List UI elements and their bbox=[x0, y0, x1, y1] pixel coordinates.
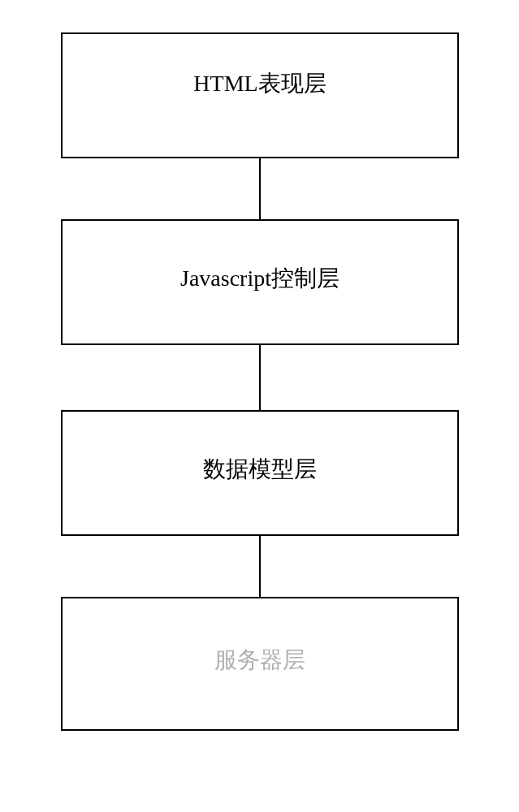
layer-box-html-presentation: HTML表现层 bbox=[61, 32, 459, 158]
layer-label: 数据模型层 bbox=[203, 454, 317, 485]
layer-label: HTML表现层 bbox=[193, 68, 326, 99]
connector-line bbox=[259, 158, 261, 219]
connector-line bbox=[259, 345, 261, 410]
layer-label: Javascript控制层 bbox=[180, 263, 340, 294]
layer-box-javascript-control: Javascript控制层 bbox=[61, 219, 459, 345]
layer-box-data-model: 数据模型层 bbox=[61, 410, 459, 536]
layer-label: 服务器层 bbox=[214, 645, 305, 676]
connector-line bbox=[259, 536, 261, 597]
layer-box-server: 服务器层 bbox=[61, 597, 459, 731]
layered-architecture-diagram: HTML表现层 Javascript控制层 数据模型层 服务器层 bbox=[61, 32, 459, 731]
